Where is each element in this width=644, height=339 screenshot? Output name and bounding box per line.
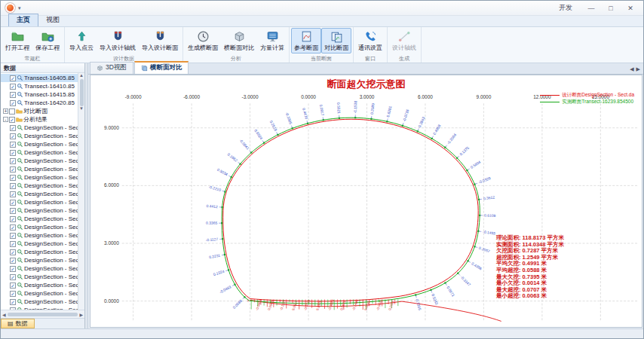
tab-scroll-right-icon[interactable]: ▶	[636, 66, 640, 72]
ribbon-button-save-project[interactable]: 保存工程	[32, 28, 63, 53]
checkbox[interactable]: ✓	[10, 125, 16, 131]
quick-access-caret-icon[interactable]: ▾	[18, 5, 21, 11]
checkbox[interactable]: ✓	[10, 224, 16, 231]
tree-item[interactable]: ✓Transect-16420.85	[1, 99, 78, 107]
chart-panel[interactable]: -9.0000-6.0000-3.00000.00003.00006.00009…	[90, 75, 642, 328]
window-menu-label[interactable]: 开发	[559, 3, 572, 13]
doc-tab-section-compare[interactable]: 横断面对比	[134, 61, 189, 74]
minimize-button[interactable]: —	[581, 2, 601, 14]
stat-line: 最小超挖: 0.0063 米	[496, 293, 564, 300]
checkbox[interactable]: ✓	[10, 299, 16, 305]
tree-item[interactable]: ✓DesignSection - Sect	[1, 256, 78, 264]
tree-item[interactable]: ✓DesignSection - Sect	[1, 165, 78, 173]
tree-item[interactable]: ✓DesignSection - Sect	[1, 223, 78, 231]
menu-tab-1[interactable]: 视图	[38, 14, 67, 26]
point-offset-label: 0.4958	[432, 124, 441, 136]
scroll-down-icon[interactable]: ▼	[79, 106, 84, 111]
doc-tab-3d-view[interactable]: 3D视图	[90, 62, 133, 74]
vertical-scroll-thumb[interactable]	[80, 79, 84, 106]
scroll-up-icon[interactable]: ▲	[79, 73, 84, 78]
tree-item[interactable]: ✓DesignSection - Sect	[1, 148, 78, 157]
checkbox[interactable]: ✓	[10, 200, 16, 206]
tree-item[interactable]: ✓DesignSection - Sect	[1, 198, 78, 206]
checkbox[interactable]: ✓	[10, 150, 16, 156]
tree-item[interactable]: ✓DesignSection - Sect	[1, 240, 78, 248]
checkbox[interactable]: ✓	[10, 75, 16, 81]
scroll-right-icon[interactable]: ▶	[79, 312, 83, 317]
checkbox[interactable]: ✓	[10, 84, 16, 90]
ribbon-button-design-axis[interactable]: 设计轴线	[389, 28, 419, 53]
ribbon-button-reference-section[interactable]: 参考断面	[291, 28, 321, 53]
checkbox[interactable]: ✓	[10, 133, 16, 139]
tree-item[interactable]: ✓DesignSection - Sect	[1, 248, 78, 256]
tree-item[interactable]: ✓DesignSection - Sect	[1, 206, 78, 215]
tree-item[interactable]: ✓DesignSection - Sect	[1, 124, 78, 132]
tree-item[interactable]: ✓DesignSection - Sect	[1, 132, 78, 140]
section-icon	[17, 290, 23, 297]
checkbox[interactable]: ✓	[10, 92, 16, 98]
checkbox[interactable]: ✓	[9, 117, 15, 123]
checkbox[interactable]: ✓	[10, 208, 16, 214]
tree-item[interactable]: ✓DesignSection - Sect	[1, 215, 78, 223]
checkbox[interactable]: ✓	[10, 274, 16, 280]
checkbox[interactable]: ✓	[10, 142, 16, 148]
tree-item[interactable]: ✓DesignSection - Sect	[1, 264, 78, 273]
checkbox[interactable]: ✓	[10, 158, 16, 164]
ribbon-button-volume-calc[interactable]: 方量计算	[257, 28, 287, 53]
app-logo-icon[interactable]	[5, 3, 15, 13]
tree-item[interactable]: ✓DesignSection - Sect	[1, 306, 78, 310]
tree-item[interactable]: ✓DesignSection - Sect	[1, 173, 78, 182]
vertical-scrollbar[interactable]: ▲ ▼	[78, 73, 84, 310]
checkbox[interactable]: ✓	[10, 183, 16, 189]
measurement-point	[474, 246, 475, 247]
ribbon-button-compare-section[interactable]: 横断面对比	[221, 28, 257, 53]
menu-tab-0[interactable]: 主页	[8, 14, 38, 26]
ribbon-button-contrast-section[interactable]: 对比断面	[321, 28, 351, 53]
checkbox[interactable]	[9, 108, 15, 115]
tree-item[interactable]: ✓DesignSection - Sect	[1, 182, 78, 190]
horizontal-scrollbar[interactable]: ◀ ▶	[1, 310, 84, 318]
ribbon-button-open-project[interactable]: 打开工程	[2, 28, 32, 53]
transect-icon	[17, 83, 23, 90]
checkbox[interactable]: ✓	[10, 233, 16, 239]
tree-item[interactable]: ✓DesignSection - Sect	[1, 273, 78, 281]
checkbox[interactable]: ✓	[10, 100, 16, 106]
tree-item[interactable]: ✓DesignSection - Sect	[1, 281, 78, 289]
expand-icon[interactable]: +	[3, 108, 8, 114]
tree-item[interactable]: -✓分析结果	[1, 115, 78, 124]
close-button[interactable]: ✕	[621, 2, 640, 14]
ribbon-button-import-section[interactable]: 导入设计断面	[139, 28, 181, 53]
checkbox[interactable]: ✓	[10, 191, 16, 197]
checkbox[interactable]: ✓	[10, 307, 16, 310]
tree-item[interactable]: ✓Transect-16410.85	[1, 82, 78, 90]
checkbox[interactable]: ✓	[10, 166, 16, 173]
maximize-button[interactable]: □	[601, 2, 621, 14]
tree-item[interactable]: ✓Transect-16405.85	[1, 74, 78, 82]
ribbon-button-generate-section[interactable]: 生成横断面	[185, 28, 221, 53]
checkbox[interactable]: ✓	[10, 241, 16, 247]
ribbon-button-import-pointcloud[interactable]: 导入点云	[66, 28, 97, 53]
checkbox[interactable]: ✓	[10, 282, 16, 289]
tree-item[interactable]: ✓DesignSection - Sect	[1, 157, 78, 165]
checkbox[interactable]: ✓	[10, 216, 16, 222]
checkbox[interactable]: ✓	[10, 258, 16, 264]
collapse-icon[interactable]: -	[3, 117, 8, 122]
checkbox[interactable]: ✓	[10, 249, 16, 255]
checkbox[interactable]: ✓	[10, 291, 16, 297]
tree-item-label: DesignSection - Sect	[24, 207, 78, 214]
tab-scroll-left-icon[interactable]: ◀	[630, 66, 633, 72]
tree-item[interactable]: ✓DesignSection - Sect	[1, 289, 78, 298]
tree-item[interactable]: ✓Transect-16415.85	[1, 90, 78, 99]
ribbon-button-comm-settings[interactable]: 通讯设置	[355, 28, 385, 53]
checkbox[interactable]: ✓	[10, 175, 16, 181]
tree-item[interactable]: ✓DesignSection - Sect	[1, 190, 78, 198]
tree-item[interactable]: ✓DesignSection - Sect	[1, 298, 78, 306]
tree-item[interactable]: ✓DesignSection - Sect	[1, 231, 78, 240]
horizontal-scroll-thumb[interactable]	[8, 313, 78, 316]
checkbox[interactable]: ✓	[10, 266, 16, 272]
tree-item[interactable]: +对比断面	[1, 107, 78, 115]
tree-item[interactable]: ✓DesignSection - Sect	[1, 140, 78, 148]
sidebar-tab-data[interactable]: ▤ 数据	[1, 319, 35, 328]
ribbon-button-import-axis[interactable]: 导入设计轴线	[97, 28, 139, 53]
scroll-left-icon[interactable]: ◀	[2, 312, 6, 317]
